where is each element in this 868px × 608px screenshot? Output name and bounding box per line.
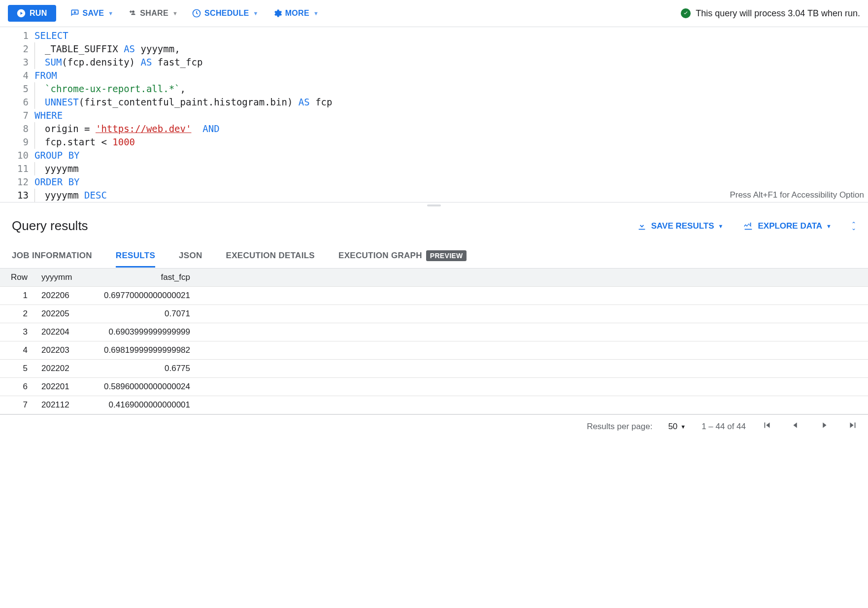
cell-empty: [202, 341, 868, 360]
chart-icon: [743, 221, 754, 232]
execution-graph-label: EXECUTION GRAPH: [338, 251, 422, 261]
tab-execution-details[interactable]: EXECUTION DETAILS: [226, 244, 315, 268]
cell-yyyymm: 202205: [34, 305, 89, 323]
table-row[interactable]: 72021120.4169000000000001: [0, 396, 868, 414]
cell-row: 2: [0, 305, 34, 323]
cell-yyyymm: 202202: [34, 360, 89, 378]
cell-yyyymm: 202206: [34, 287, 89, 305]
toolbar: RUN SAVE ▼ SHARE ▼ SCHEDULE ▼ MORE ▼ Thi…: [0, 0, 868, 27]
cell-row: 7: [0, 396, 34, 414]
sql-editor[interactable]: 1 2 3 4 5 6 7 8 9 10 11 12 13 SELECT _TA…: [0, 27, 868, 202]
next-page-button[interactable]: [819, 420, 830, 433]
resize-handle[interactable]: [0, 202, 868, 208]
cell-fast-fcp: 0.58960000000000024: [89, 378, 202, 396]
dropdown-icon: ▼: [172, 10, 178, 16]
table-row[interactable]: 22022050.7071: [0, 305, 868, 323]
per-page-value: 50: [668, 422, 677, 432]
cell-empty: [202, 323, 868, 341]
save-icon: [70, 8, 80, 18]
results-table: Row yyyymm fast_fcp 12022060.69770000000…: [0, 269, 868, 414]
per-page-label: Results per page:: [587, 422, 652, 432]
dropdown-icon: ▼: [826, 223, 832, 229]
collapse-icon[interactable]: ⌃⌄: [851, 222, 856, 230]
results-title: Query results: [12, 218, 88, 234]
last-page-button[interactable]: [847, 420, 858, 433]
cell-row: 3: [0, 323, 34, 341]
cell-yyyymm: 202204: [34, 323, 89, 341]
explore-data-button[interactable]: EXPLORE DATA ▼: [743, 221, 832, 232]
cell-fast-fcp: 0.4169000000000001: [89, 396, 202, 414]
save-button[interactable]: SAVE ▼: [70, 8, 114, 18]
cell-empty: [202, 378, 868, 396]
check-icon: [681, 8, 691, 18]
dropdown-icon: ▼: [253, 10, 258, 16]
cell-empty: [202, 396, 868, 414]
cell-row: 6: [0, 378, 34, 396]
table-row[interactable]: 52022020.6775: [0, 360, 868, 378]
cell-row: 4: [0, 341, 34, 360]
cell-yyyymm: 202112: [34, 396, 89, 414]
line-gutter: 1 2 3 4 5 6 7 8 9 10 11 12 13: [0, 29, 34, 202]
results-pager: Results per page: 50 ▼ 1 – 44 of 44: [0, 414, 868, 438]
col-row[interactable]: Row: [0, 269, 34, 287]
table-row[interactable]: 32022040.6903999999999999: [0, 323, 868, 341]
run-label: RUN: [30, 9, 47, 18]
schedule-label: SCHEDULE: [204, 9, 249, 18]
cell-row: 5: [0, 360, 34, 378]
svg-point-1: [132, 10, 134, 13]
cell-yyyymm: 202201: [34, 378, 89, 396]
cell-fast-fcp: 0.6775: [89, 360, 202, 378]
share-label: SHARE: [140, 9, 168, 18]
results-tabs: JOB INFORMATION RESULTS JSON EXECUTION D…: [0, 243, 868, 269]
page-range: 1 – 44 of 44: [701, 422, 746, 432]
dropdown-icon: ▼: [680, 424, 686, 430]
status-text: This query will process 3.04 TB when run…: [696, 8, 860, 19]
cell-fast-fcp: 0.69819999999999982: [89, 341, 202, 360]
preview-badge: PREVIEW: [426, 250, 467, 261]
cell-empty: [202, 287, 868, 305]
first-page-button[interactable]: [762, 420, 772, 433]
tab-results[interactable]: RESULTS: [116, 244, 155, 268]
per-page-select[interactable]: 50 ▼: [668, 422, 686, 432]
cell-fast-fcp: 0.6903999999999999: [89, 323, 202, 341]
explore-data-label: EXPLORE DATA: [758, 221, 822, 231]
table-row[interactable]: 12022060.69770000000000021: [0, 287, 868, 305]
share-icon: [127, 8, 137, 18]
cell-fast-fcp: 0.69770000000000021: [89, 287, 202, 305]
run-button[interactable]: RUN: [8, 5, 56, 22]
share-button[interactable]: SHARE ▼: [127, 8, 178, 18]
cell-row: 1: [0, 287, 34, 305]
accessibility-hint: Press Alt+F1 for Accessibility Option: [730, 190, 864, 200]
dropdown-icon: ▼: [313, 10, 319, 16]
table-row[interactable]: 62022010.58960000000000024: [0, 378, 868, 396]
cell-empty: [202, 305, 868, 323]
more-button[interactable]: MORE ▼: [272, 8, 319, 18]
cell-empty: [202, 360, 868, 378]
gear-icon: [272, 8, 282, 18]
table-row[interactable]: 42022030.69819999999999982: [0, 341, 868, 360]
tab-execution-graph[interactable]: EXECUTION GRAPH PREVIEW: [338, 243, 467, 268]
tab-job-information[interactable]: JOB INFORMATION: [12, 244, 92, 268]
dropdown-icon: ▼: [108, 10, 113, 16]
more-label: MORE: [285, 9, 309, 18]
play-icon: [17, 9, 26, 18]
save-label: SAVE: [83, 9, 104, 18]
download-icon: [636, 221, 647, 232]
clock-icon: [192, 8, 201, 18]
col-yyyymm[interactable]: yyyymm: [34, 269, 89, 287]
save-results-button[interactable]: SAVE RESULTS ▼: [636, 221, 724, 232]
col-fast-fcp[interactable]: fast_fcp: [89, 269, 202, 287]
tab-json[interactable]: JSON: [179, 244, 202, 268]
dropdown-icon: ▼: [718, 223, 724, 229]
col-empty: [202, 269, 868, 287]
code-area[interactable]: SELECT _TABLE_SUFFIX AS yyyymm, SUM(fcp.…: [34, 29, 868, 202]
results-header: Query results SAVE RESULTS ▼ EXPLORE DAT…: [0, 208, 868, 243]
cell-yyyymm: 202203: [34, 341, 89, 360]
schedule-button[interactable]: SCHEDULE ▼: [192, 8, 259, 18]
save-results-label: SAVE RESULTS: [651, 221, 714, 231]
prev-page-button[interactable]: [790, 420, 801, 433]
cell-fast-fcp: 0.7071: [89, 305, 202, 323]
query-status: This query will process 3.04 TB when run…: [681, 8, 860, 19]
